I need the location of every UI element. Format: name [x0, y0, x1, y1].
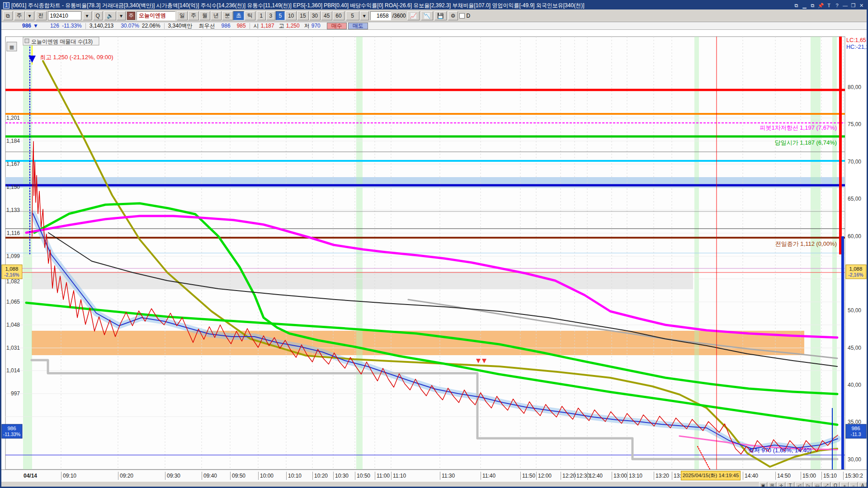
- grid-icon[interactable]: ⊞: [768, 482, 776, 488]
- font-icon[interactable]: T: [826, 3, 832, 9]
- chart-annotation: 피봇1차저항선 1,197 (7,67%): [760, 124, 837, 131]
- compare-chart-icon[interactable]: 📉: [421, 11, 433, 20]
- interval-button-5[interactable]: 5: [276, 11, 285, 20]
- zoom-in-icon[interactable]: ＋: [840, 482, 849, 488]
- interval-button-30[interactable]: 30: [309, 11, 321, 20]
- time-tick: 12:40: [587, 472, 603, 480]
- prev-stock-button[interactable]: 전: [36, 11, 47, 20]
- scroll-right-icon[interactable]: ▷: [804, 482, 812, 488]
- time-tick: 10:10: [286, 472, 302, 480]
- time-tick: 10:30: [333, 472, 349, 480]
- code-dropdown-icon[interactable]: ▾: [83, 11, 92, 20]
- lc-label: LC:1,65: [846, 37, 866, 43]
- current-time-box: 2025/04/15(화) 14:19:45: [681, 471, 741, 480]
- right-axis-label: 45,00: [848, 345, 861, 351]
- time-tick: 11:00: [375, 472, 390, 480]
- time-tick: 11:10: [391, 472, 406, 480]
- price-chart-canvas[interactable]: 1,2011,1841,1671,1501,1331,1161,0991,082…: [1, 30, 868, 469]
- interval-button-45[interactable]: 45: [321, 11, 332, 20]
- left-blue-price-box-price: 986: [7, 426, 16, 431]
- zoom-out-icon[interactable]: －: [849, 482, 858, 488]
- time-tick: 13:00: [612, 472, 627, 480]
- right-axis-label: 60,00: [848, 233, 861, 239]
- period-button-분[interactable]: 분: [222, 11, 233, 20]
- time-tick: 12:00: [536, 472, 552, 480]
- time-tick: 15:00: [801, 472, 816, 480]
- chart-style-icon[interactable]: ▣: [759, 482, 767, 488]
- volume: 3,140,213: [90, 23, 113, 29]
- period-button-월[interactable]: 월: [199, 11, 210, 20]
- period-button-초[interactable]: 초: [233, 11, 244, 20]
- best-ask: 986: [222, 23, 231, 29]
- period-button-년[interactable]: 년: [211, 11, 222, 20]
- time-axis: 04/1409:1009:2009:3009:4009:5010:0010:10…: [1, 469, 868, 481]
- settings-gear-icon[interactable]: ⚙: [448, 11, 458, 20]
- left-axis-label: 1,184: [6, 138, 20, 144]
- time-tick: 15:10: [821, 472, 837, 480]
- time-tick: 12:20: [561, 472, 576, 480]
- sell-button[interactable]: 매도: [348, 23, 368, 29]
- scroll-left-icon[interactable]: ◁: [795, 482, 803, 488]
- box-zoom-icon[interactable]: ▭: [813, 482, 821, 488]
- expand-icon[interactable]: ⤢: [822, 482, 830, 488]
- popup-icon[interactable]: ⧉: [793, 3, 800, 9]
- window-select-icon[interactable]: ⧉: [3, 11, 13, 20]
- interval-button-10[interactable]: 10: [285, 11, 297, 20]
- auto-scale-icon[interactable]: A: [859, 482, 867, 488]
- interval-button-60[interactable]: 60: [333, 11, 344, 20]
- time-tick: 04/14: [22, 472, 37, 480]
- asset-type-combo[interactable]: 주: [14, 11, 25, 20]
- change-percent: -11.33%: [62, 23, 82, 29]
- stock-code-input[interactable]: [48, 11, 81, 20]
- asset-type-dropdown-icon[interactable]: ▾: [25, 11, 34, 20]
- high-price: 1,250: [286, 23, 300, 29]
- left-axis-label: 1,133: [6, 207, 20, 213]
- bottom-toolbar: ▣⊞✛T◁▷▭⤢Q＋－A: [1, 481, 868, 488]
- right-blue-price-box-percent: -11.3: [850, 432, 861, 437]
- save-icon[interactable]: 💾: [434, 11, 447, 20]
- tick-combo-dropdown-icon[interactable]: ▾: [360, 11, 369, 20]
- left-yellow-price-box-price: 1,088: [5, 266, 19, 272]
- time-tick: 09:30: [165, 472, 180, 480]
- time-tick: 14:50: [775, 472, 791, 480]
- minimize-bar-icon[interactable]: ▁: [801, 3, 808, 9]
- time-tick: 09:10: [61, 472, 76, 480]
- time-tick: 09:40: [202, 472, 217, 480]
- left-axis-label: 1,116: [7, 230, 20, 236]
- interval-buttons: 1351015304560: [257, 11, 344, 20]
- period-button-일[interactable]: 일: [177, 11, 188, 20]
- help-icon[interactable]: ?: [834, 3, 840, 9]
- time-tick: 10:00: [258, 472, 274, 480]
- interval-button-15[interactable]: 15: [297, 11, 308, 20]
- high-label: 고: [279, 22, 284, 30]
- close-icon[interactable]: ✕: [858, 3, 865, 9]
- time-tick: 09:50: [230, 472, 245, 480]
- search-icon[interactable]: Q: [93, 11, 103, 20]
- zoom-area-icon[interactable]: Q: [831, 482, 840, 488]
- maximize-icon[interactable]: ❒: [850, 3, 857, 9]
- sound-dropdown-icon[interactable]: ▾: [117, 11, 126, 20]
- period-button-틱[interactable]: 틱: [245, 11, 255, 20]
- left-axis-label: 1,099: [6, 253, 20, 259]
- period-button-주[interactable]: 주: [188, 11, 199, 20]
- text-tool-icon[interactable]: T: [786, 482, 794, 488]
- left-axis-label: 1,031: [6, 345, 20, 351]
- chart-corner-icon: ▦: [9, 44, 14, 50]
- left-axis-label: 1,201: [6, 115, 20, 121]
- minimize-icon[interactable]: ―: [842, 3, 849, 9]
- down-arrow-icon: ▼: [33, 23, 38, 29]
- best-bid: 985: [237, 23, 246, 29]
- crosshair-tool-icon[interactable]: ✛: [777, 482, 785, 488]
- right-axis-label: 75,00: [848, 121, 861, 127]
- pin-icon[interactable]: 📌: [817, 3, 824, 9]
- buy-button[interactable]: 매수: [327, 23, 347, 29]
- d-checkbox[interactable]: [459, 13, 465, 19]
- chart-area[interactable]: 1,2011,1841,1671,1501,1331,1161,0991,082…: [1, 30, 868, 469]
- candle-plus-icon[interactable]: 📈: [407, 11, 420, 20]
- copy-window-icon[interactable]: ⧉: [809, 3, 816, 9]
- tick-combo[interactable]: 5: [346, 11, 359, 20]
- interval-button-3[interactable]: 3: [266, 11, 275, 20]
- interval-button-1[interactable]: 1: [257, 11, 266, 20]
- window-controls: ⧉▁⧉📌T?―❒✕: [793, 3, 865, 9]
- sound-icon[interactable]: 🔉: [104, 11, 116, 20]
